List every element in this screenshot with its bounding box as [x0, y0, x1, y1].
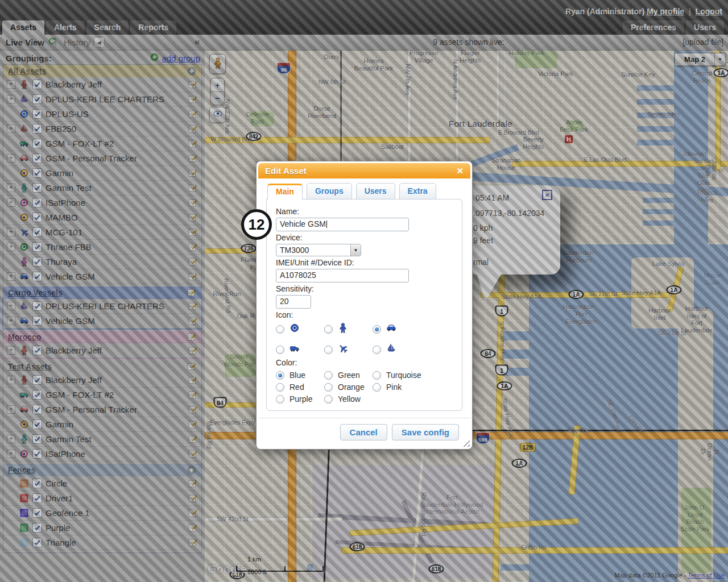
expand-icon[interactable]: +	[7, 184, 15, 192]
edit-icon[interactable]	[188, 509, 198, 518]
edit-icon[interactable]	[188, 479, 198, 488]
icon-option-circle[interactable]	[276, 323, 324, 335]
visibility-checkbox[interactable]	[32, 198, 42, 207]
edit-icon[interactable]	[188, 346, 198, 355]
edit-icon[interactable]	[188, 139, 198, 148]
live-view-toggle[interactable]: Live View	[6, 37, 56, 47]
expand-icon[interactable]: +	[7, 198, 15, 207]
my-profile-link[interactable]: My profile	[647, 7, 684, 16]
tab-users[interactable]: Users	[686, 20, 724, 35]
radio-button[interactable]	[324, 325, 333, 334]
expand-icon[interactable]: +	[7, 435, 15, 443]
color-option-red[interactable]: Red	[276, 383, 324, 392]
edit-icon[interactable]	[188, 450, 198, 459]
visibility-checkbox[interactable]	[32, 168, 42, 178]
edit-icon[interactable]	[188, 390, 198, 400]
visibility-checkbox[interactable]	[32, 124, 42, 134]
expand-icon[interactable]: +	[7, 95, 15, 103]
expand-icon[interactable]: +	[7, 124, 15, 133]
visibility-checkbox[interactable]	[32, 213, 42, 222]
visibility-checkbox[interactable]	[32, 153, 42, 163]
tab-alerts[interactable]: Alerts	[46, 20, 85, 35]
upload-file-link[interactable]: [upload file]	[682, 38, 723, 47]
edit-icon[interactable]	[188, 257, 198, 267]
visibility-checkbox[interactable]	[32, 139, 42, 148]
asset-row-circle[interactable]: +Circle	[3, 476, 201, 491]
group-title[interactable]: Cargo Vessels	[8, 288, 63, 297]
color-option-green[interactable]: Green	[324, 371, 373, 380]
dialog-tab-groups[interactable]: Groups	[307, 183, 352, 199]
terms-of-use-link[interactable]: Terms of Use	[688, 572, 725, 579]
visibility-checkbox[interactable]	[32, 493, 42, 503]
visibility-checkbox[interactable]	[32, 346, 42, 355]
edit-icon[interactable]	[188, 110, 198, 119]
edit-icon[interactable]	[188, 435, 198, 444]
edit-icon[interactable]	[188, 124, 198, 134]
visibility-checkbox[interactable]	[32, 242, 42, 252]
asset-row-thrane-fbb[interactable]: +Thrane FBB	[3, 240, 201, 255]
zoom-out-button[interactable]: −	[211, 92, 224, 105]
edit-icon[interactable]	[188, 213, 198, 222]
visibility-checkbox[interactable]	[32, 94, 42, 104]
asset-row-geofence-1[interactable]: +Geofence 1	[3, 506, 201, 521]
visibility-checkbox[interactable]	[32, 257, 42, 267]
imei-field[interactable]: A1078025	[276, 269, 409, 282]
edit-icon[interactable]	[188, 405, 198, 414]
add-icon[interactable]	[187, 66, 197, 76]
expand-icon[interactable]: +	[7, 346, 15, 355]
add-group-link[interactable]: add group	[150, 53, 200, 63]
edit-icon[interactable]	[188, 538, 198, 547]
dialog-header[interactable]: Edit Asset ✕	[258, 163, 470, 178]
color-option-turquoise[interactable]: Turquoise	[373, 371, 421, 380]
radio-button[interactable]	[276, 395, 284, 404]
edit-icon[interactable]	[188, 80, 198, 89]
group-header-test-assets[interactable]: Test Assets	[3, 360, 201, 373]
asset-row-blackberry-jeff[interactable]: +Blackberry Jeff	[3, 373, 201, 388]
group-header-cargo-vessels[interactable]: Cargo Vessels	[3, 286, 201, 299]
expand-icon[interactable]: +	[7, 317, 15, 325]
asset-row-thuraya[interactable]: +Thuraya	[3, 255, 201, 269]
radio-button[interactable]	[373, 346, 381, 354]
visibility-checkbox[interactable]	[32, 375, 42, 385]
asset-row-dplus-keri-lee-charters[interactable]: +DPLUS-KERI LEE CHARTERS	[3, 92, 201, 107]
name-field[interactable]: Vehicle GSM	[276, 218, 409, 231]
radio-button[interactable]	[373, 325, 381, 334]
group-title[interactable]: Test Assets	[8, 362, 52, 371]
radio-button[interactable]	[276, 346, 284, 354]
visibility-checkbox[interactable]	[32, 390, 42, 400]
asset-row-mcg-101[interactable]: +MCG-101	[3, 225, 201, 240]
radio-button[interactable]	[276, 325, 284, 334]
expand-icon[interactable]: +	[7, 376, 15, 384]
edit-icon[interactable]	[187, 362, 197, 371]
asset-row-isatphone[interactable]: +ISatPhone	[3, 447, 201, 462]
sidebar-collapse-button[interactable]: «	[195, 36, 200, 48]
edit-icon[interactable]	[188, 494, 198, 503]
edit-icon[interactable]	[188, 376, 198, 385]
logout-link[interactable]: Logout	[696, 7, 722, 16]
expand-icon[interactable]: +	[7, 302, 15, 310]
color-option-pink[interactable]: Pink	[373, 383, 421, 392]
visibility-checkbox[interactable]	[32, 272, 42, 281]
sensitivity-field[interactable]: 20	[276, 295, 311, 309]
asset-row-blackberry-jeff[interactable]: +Blackberry Jeff	[3, 77, 201, 92]
dialog-tab-main[interactable]: Main	[267, 184, 303, 200]
asset-row-isatphone[interactable]: +ISatPhone	[3, 196, 201, 210]
asset-row-gsm-fox-lt-2[interactable]: +GSM - FOX-LT #2	[3, 136, 201, 151]
asset-row-purple[interactable]: +Purple	[3, 521, 201, 535]
asset-row-mambo[interactable]: +MAMBO	[3, 210, 201, 225]
edit-icon[interactable]	[188, 154, 198, 163]
visibility-checkbox[interactable]	[32, 538, 42, 547]
radio-button[interactable]	[373, 383, 381, 392]
tab-preferences[interactable]: Preferences	[623, 20, 684, 35]
overview-eye-button[interactable]	[209, 107, 226, 123]
asset-row-driver1[interactable]: +Driver1	[3, 491, 201, 506]
edit-icon[interactable]	[187, 332, 197, 342]
device-select[interactable]: TM3000 ▼	[276, 244, 361, 256]
expand-icon[interactable]: +	[7, 80, 15, 89]
visibility-checkbox[interactable]	[32, 316, 42, 326]
close-icon[interactable]: ✕	[456, 167, 464, 175]
expand-icon[interactable]: +	[7, 243, 15, 251]
radio-button[interactable]	[276, 383, 284, 392]
edit-icon[interactable]	[188, 302, 198, 311]
color-option-blue[interactable]: Blue	[276, 371, 324, 380]
